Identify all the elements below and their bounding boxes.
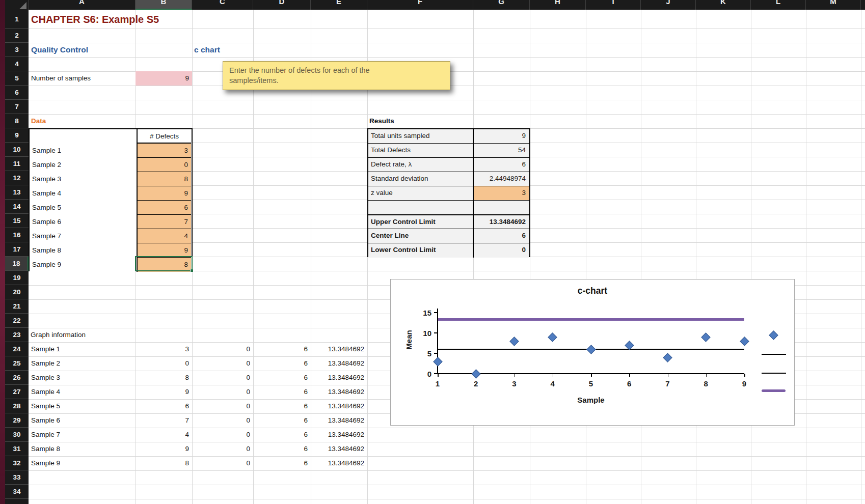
graph-info-value-cell[interactable]: 3	[143, 342, 189, 356]
row-header-9[interactable]: 9	[5, 128, 29, 143]
graph-info-value-cell[interactable]: 6	[262, 356, 308, 371]
row-header-1[interactable]: 1	[5, 10, 29, 29]
row-header-29[interactable]: 29	[5, 413, 29, 428]
graph-information-label-cell[interactable]: Graph information	[31, 328, 86, 342]
column-header-A[interactable]: A	[29, 0, 136, 10]
defects-value-cell[interactable]: 9	[137, 243, 191, 258]
graph-info-value-cell[interactable]: 0	[204, 385, 250, 399]
c-chart-object[interactable]: c-chart Mean Sample 051015123456789	[390, 279, 795, 426]
graph-info-value-cell[interactable]: 0	[204, 456, 250, 470]
sample-label-cell[interactable]: Sample 6	[31, 413, 133, 428]
column-header-M[interactable]: M	[806, 0, 861, 10]
row-header-3[interactable]: 3	[5, 43, 29, 57]
row-header-11[interactable]: 11	[5, 157, 29, 171]
result-value-cell[interactable]: 9	[473, 129, 529, 143]
graph-info-value-cell[interactable]: 13.3484692	[318, 385, 364, 399]
data-section-label-cell[interactable]: Data	[31, 114, 46, 128]
row-header-32[interactable]: 32	[5, 456, 29, 470]
graph-info-value-cell[interactable]: 8	[143, 456, 189, 470]
column-header-E[interactable]: E	[311, 0, 367, 10]
defects-column-header[interactable]: # Defects	[137, 129, 191, 144]
sample-label-cell[interactable]: Sample 1	[31, 342, 133, 356]
defects-value-cell[interactable]: 4	[137, 229, 191, 243]
sample-label-cell[interactable]: Sample 8	[31, 442, 133, 456]
row-header-6[interactable]: 6	[5, 86, 29, 100]
row-header-4[interactable]: 4	[5, 57, 29, 71]
row-header-8[interactable]: 8	[5, 114, 29, 128]
graph-info-value-cell[interactable]: 9	[143, 442, 189, 456]
defects-value-cell[interactable]: 8	[137, 172, 191, 186]
row-header-13[interactable]: 13	[5, 185, 29, 200]
graph-info-value-cell[interactable]: 0	[204, 342, 250, 356]
row-header-22[interactable]: 22	[5, 314, 29, 328]
select-all-corner[interactable]	[5, 0, 29, 10]
number-of-samples-input-cell[interactable]: 9	[136, 71, 192, 86]
row-header-27[interactable]: 27	[5, 385, 29, 399]
column-header-K[interactable]: K	[696, 0, 751, 10]
row-header-34[interactable]: 34	[5, 485, 29, 499]
graph-info-value-cell[interactable]: 6	[262, 456, 308, 470]
graph-info-value-cell[interactable]: 13.3484692	[318, 356, 364, 371]
result-label-cell[interactable]: Defect rate, λ	[368, 158, 473, 172]
defects-value-cell[interactable]: 3	[137, 144, 191, 158]
row-header-25[interactable]: 25	[5, 356, 29, 371]
sample-label-cell[interactable]: Sample 8	[30, 243, 137, 258]
number-of-samples-label-cell[interactable]: Number of samples	[31, 71, 91, 86]
graph-info-value-cell[interactable]: 6	[143, 399, 189, 413]
column-header-D[interactable]: D	[253, 0, 311, 10]
sample-label-cell[interactable]: Sample 3	[30, 172, 137, 186]
result-label-cell[interactable]: z value	[368, 186, 473, 200]
empty-cell[interactable]	[473, 201, 529, 214]
sample-label-cell[interactable]: Sample 5	[30, 201, 137, 215]
column-header-B[interactable]: B	[136, 0, 192, 10]
defects-value-cell[interactable]: 0	[137, 158, 191, 172]
graph-info-value-cell[interactable]: 0	[204, 399, 250, 413]
fill-handle[interactable]	[190, 269, 194, 272]
sample-label-cell[interactable]: Sample 6	[30, 215, 137, 229]
sample-label-cell[interactable]: Sample 2	[30, 158, 137, 172]
empty-header-cell[interactable]	[30, 129, 137, 144]
graph-info-value-cell[interactable]: 0	[204, 428, 250, 442]
graph-info-value-cell[interactable]: 6	[262, 342, 308, 356]
result-label-cell[interactable]: Total units sampled	[368, 129, 473, 143]
graph-info-value-cell[interactable]: 6	[262, 385, 308, 399]
sample-label-cell[interactable]: Sample 4	[30, 186, 137, 201]
sample-label-cell[interactable]: Sample 4	[31, 385, 133, 399]
graph-info-value-cell[interactable]: 0	[204, 442, 250, 456]
row-header-15[interactable]: 15	[5, 214, 29, 228]
row-header-19[interactable]: 19	[5, 271, 29, 285]
result-value-cell[interactable]: 13.3484692	[473, 215, 529, 229]
sample-label-cell[interactable]: Sample 1	[30, 144, 137, 158]
row-header-10[interactable]: 10	[5, 143, 29, 157]
graph-info-value-cell[interactable]: 6	[262, 371, 308, 385]
graph-info-value-cell[interactable]: 13.3484692	[318, 442, 364, 456]
result-label-cell[interactable]: Total Defects	[368, 144, 473, 157]
graph-info-value-cell[interactable]: 4	[143, 428, 189, 442]
column-header-L[interactable]: L	[751, 0, 806, 10]
result-label-cell[interactable]: Upper Control Limit	[368, 215, 473, 229]
column-header-J[interactable]: J	[641, 0, 696, 10]
defects-value-cell[interactable]: 6	[137, 201, 191, 215]
column-header-C[interactable]: C	[192, 0, 253, 10]
row-header-5[interactable]: 5	[5, 71, 29, 86]
c-chart-label-cell[interactable]: c chart	[194, 43, 220, 57]
active-cell-selection[interactable]	[135, 256, 193, 271]
row-header-28[interactable]: 28	[5, 399, 29, 413]
graph-info-value-cell[interactable]: 0	[204, 413, 250, 428]
row-header-16[interactable]: 16	[5, 228, 29, 242]
row-header-30[interactable]: 30	[5, 428, 29, 442]
graph-info-value-cell[interactable]: 13.3484692	[318, 342, 364, 356]
graph-info-value-cell[interactable]: 13.3484692	[318, 413, 364, 428]
workbook-title-cell[interactable]: CHAPTER S6: Example S5	[31, 10, 159, 29]
sample-label-cell[interactable]: Sample 7	[30, 229, 137, 243]
defects-value-cell[interactable]: 7	[137, 215, 191, 229]
graph-info-value-cell[interactable]: 6	[262, 413, 308, 428]
graph-info-value-cell[interactable]: 9	[143, 385, 189, 399]
result-label-cell[interactable]: Standard deviation	[368, 172, 473, 186]
graph-info-value-cell[interactable]: 13.3484692	[318, 371, 364, 385]
graph-info-value-cell[interactable]: 6	[262, 442, 308, 456]
z-value-input-cell[interactable]: 3	[473, 186, 529, 200]
row-header-21[interactable]: 21	[5, 299, 29, 314]
row-header-12[interactable]: 12	[5, 171, 29, 185]
empty-cell[interactable]	[368, 201, 473, 214]
